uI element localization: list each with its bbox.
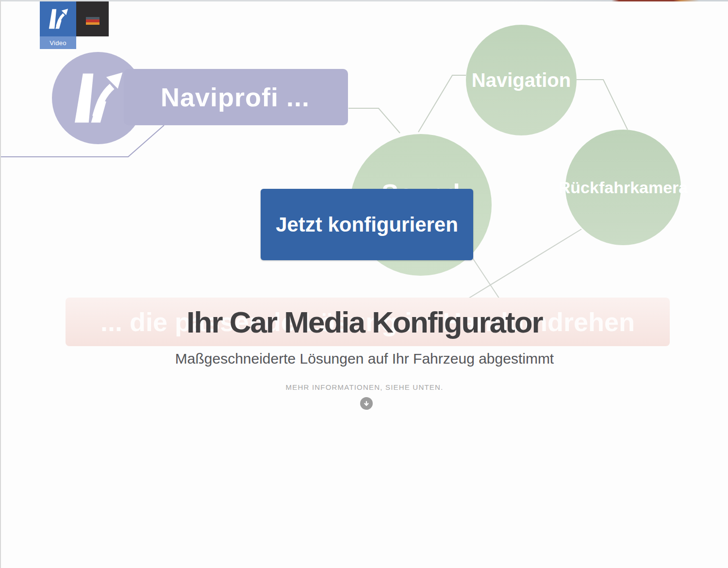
- browser-edge-strip: [1, 0, 728, 1]
- node-rear-camera: Rückfahrkamera: [565, 130, 681, 245]
- video-tab[interactable]: [40, 1, 76, 36]
- page-subtitle: Maßgeschneiderte Lösungen auf Ihr Fahrze…: [1, 351, 728, 367]
- motorway-arrow-icon: [69, 66, 127, 130]
- node-navigation-label: Navigation: [472, 69, 571, 91]
- video-tab-label-bar[interactable]: Video: [40, 36, 76, 49]
- brand-name: Naviprofi ...: [161, 82, 310, 112]
- down-arrow-icon: [363, 400, 370, 407]
- configure-now-button[interactable]: Jetzt konfigurieren: [261, 189, 473, 260]
- more-info-text: MEHR INFORMATIONEN, SIEHE UNTEN.: [1, 383, 728, 391]
- scroll-down-button[interactable]: [360, 397, 373, 410]
- video-tab-label: Video: [50, 39, 66, 47]
- german-flag-icon: [86, 17, 99, 25]
- brand-banner: Naviprofi ...: [124, 69, 348, 125]
- node-rear-camera-label: Rückfahrkamera: [559, 178, 688, 197]
- motorway-arrow-icon: [47, 7, 70, 31]
- landing-page: Video Naviprofi ... Navigation Sound Rüc…: [0, 0, 728, 568]
- page-title: Ihr Car Media Konfigurator: [1, 305, 728, 339]
- language-tab[interactable]: [76, 1, 109, 36]
- node-navigation: Navigation: [466, 25, 577, 135]
